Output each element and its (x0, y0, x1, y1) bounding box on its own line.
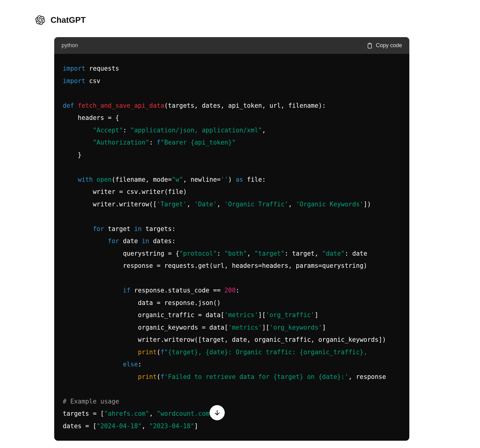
code-body: import requests import csv def fetch_and… (54, 54, 409, 441)
code-content: import requests import csv def fetch_and… (63, 62, 409, 432)
scroll-to-bottom-button[interactable] (210, 405, 225, 420)
clipboard-icon (367, 42, 373, 49)
arrow-down-icon (214, 409, 221, 416)
language-label: python (62, 42, 78, 49)
code-toolbar: python Copy code (54, 37, 409, 54)
svg-rect-1 (369, 43, 370, 44)
copy-code-label: Copy code (376, 42, 402, 49)
copy-code-button[interactable]: Copy code (367, 42, 402, 49)
page-header: ChatGPT (35, 15, 86, 25)
brand-name: ChatGPT (51, 16, 86, 25)
code-block: python Copy code import requests import … (54, 37, 409, 441)
chatgpt-logo-icon (35, 15, 45, 25)
